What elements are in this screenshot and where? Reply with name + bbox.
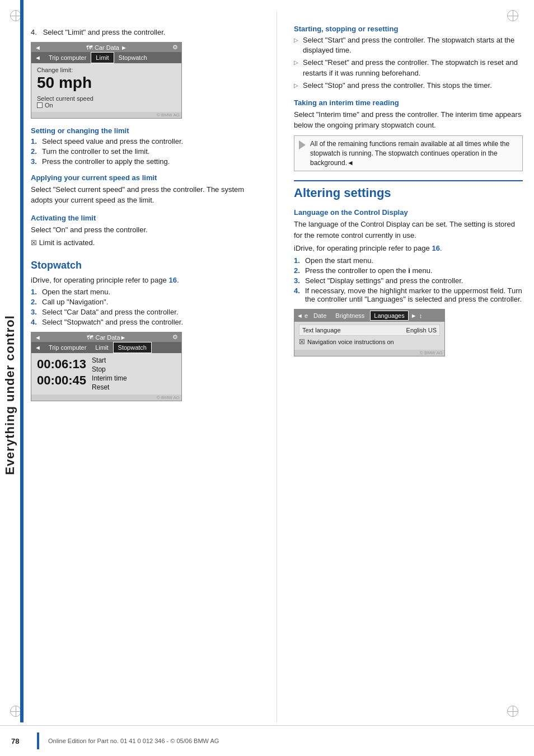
applying-heading: Applying your current speed as limit [31, 173, 260, 182]
mockup1-checkbox-label: On [45, 102, 53, 109]
bullet-text: Select "Stop" and press the controller. … [303, 81, 492, 91]
stopwatch-time1: 00:06:13 [37, 356, 86, 373]
list-item: 1. Open the start menu. [31, 288, 260, 296]
note-triangle-icon [299, 140, 306, 149]
stopwatch-heading: Stopwatch [31, 260, 260, 271]
step-text: Press the controller to open the i menu. [305, 266, 433, 275]
step-number: 1. [31, 288, 39, 296]
mockup2-nav-stopwatch: Stopwatch [113, 342, 152, 353]
bullet-arrow-icon: ▷ [294, 82, 299, 91]
mockup3-tab-date: Date [310, 311, 330, 320]
list-item: 1. Select speed value and press the cont… [31, 137, 260, 145]
mockup1-title-text: Car Data ► [95, 44, 127, 51]
mockup1-nav-stopwatch: Stopwatch [114, 53, 152, 63]
list-item: 2. Turn the controller to set the limit. [31, 147, 260, 156]
list-item: 4. If necessary, move the highlight mark… [294, 287, 523, 303]
step-number: 2. [31, 298, 39, 306]
step-text: Select speed value and press the control… [42, 137, 183, 145]
language-ref-link[interactable]: 16 [432, 244, 439, 252]
mockup1-checkbox [37, 102, 43, 108]
monitor-icon: 🗺 [87, 334, 93, 341]
list-item: 4. Select "Stopwatch" and press the cont… [31, 318, 260, 326]
step-text: Select "Stopwatch" and press the control… [42, 318, 183, 326]
mockup1-back-icon: ◄ [35, 44, 41, 51]
stopwatch-menu-interim: Interim time [92, 374, 127, 382]
interim-text: Select "Interim time" and press the cont… [294, 109, 523, 131]
mockup1-title: 🗺 Car Data ► [86, 44, 127, 51]
nav-voice-label: Navigation voice instructions on [307, 339, 394, 345]
mockup2-title-text: Car Data► [95, 334, 126, 341]
languages-mockup: ◄ e Date Brightness Languages ► ↕ Text l… [294, 309, 445, 356]
stopwatch-ref-link[interactable]: 16 [168, 276, 176, 284]
page-number: 78 [11, 737, 28, 745]
language-heading: Language on the Control Display [294, 208, 523, 217]
side-tab: Everything under control [0, 78, 20, 711]
stopwatch-menu-stop: Stop [92, 365, 127, 373]
list-item: 1. Open the start menu. [294, 256, 523, 265]
intro-step-text: Select "Limit" and press the controller. [43, 28, 166, 36]
mockup2-nav-trip: Trip computer [44, 342, 91, 353]
intro-step: 4. Select "Limit" and press the controll… [31, 28, 260, 36]
step-text: Press the controller to apply the settin… [42, 157, 170, 166]
language-steps-list: 1. Open the start menu. 2. Press the con… [294, 256, 523, 303]
stopwatch-ref: iDrive, for operating principle refer to… [31, 275, 260, 286]
stopwatch-times: 00:06:13 00:00:45 [37, 356, 86, 391]
bullet-text: Select "Reset" and press the controller.… [303, 58, 523, 78]
setting-heading: Setting or changing the limit [31, 126, 260, 135]
step-number: 2. [294, 266, 302, 275]
nav-voice-row: ☒ Navigation voice instructions on [299, 337, 440, 347]
nav-voice-checkbox-icon: ☒ [299, 338, 305, 346]
list-item: 2. Press the controller to open the i me… [294, 266, 523, 275]
mockup1-nav-back: ◄ [31, 53, 44, 63]
step-number: 1. [294, 256, 302, 265]
step-text: Call up "Navigation". [42, 298, 108, 306]
mockup2-nav-limit: Limit [91, 342, 113, 353]
setting-steps-list: 1. Select speed value and press the cont… [31, 137, 260, 166]
activating-heading: Activating the limit [31, 214, 260, 222]
settings-icon: ⚙ [172, 44, 178, 51]
list-item: 3. Select "Car Data" and press the contr… [31, 308, 260, 316]
note-box: All of the remaining functions remain av… [294, 135, 523, 171]
mockup3-watermark: © BMW AG [294, 350, 444, 356]
mockup1-watermark: © BMW AG [31, 112, 181, 118]
mockup1-nav: ◄ Trip computer Limit Stopwatch [31, 52, 181, 63]
bullet-arrow-icon: ▷ [294, 59, 299, 78]
footer: 78 Online Edition for Part no. 01 41 0 0… [0, 725, 534, 756]
mockup2-title: 🗺 Car Data► [87, 334, 126, 341]
mockup1-body: Change limit: 50 mph Select current spee… [31, 63, 181, 112]
step-number: 3. [31, 308, 39, 316]
mockup3-topbar: ◄ e Date Brightness Languages ► ↕ [294, 309, 444, 322]
right-column: Starting, stopping or resetting ▷ Select… [294, 11, 523, 722]
step-number: 4. [294, 287, 302, 303]
altering-settings-heading: Altering settings [294, 180, 523, 200]
mockup3-tab-languages: Languages [370, 311, 408, 321]
mockup2-watermark: © BMW AG [31, 395, 181, 401]
text-language-value: English US [406, 327, 437, 334]
step-number: 4. [31, 318, 39, 326]
car-data-limit-mockup: ◄ 🗺 Car Data ► ⚙ ◄ Trip computer Limit S… [31, 42, 182, 119]
note-text: All of the remaining functions remain av… [310, 139, 518, 167]
step-number: 3. [294, 276, 302, 285]
mockup2-topbar: ◄ 🗺 Car Data► ⚙ [31, 332, 181, 342]
bullet-arrow-icon: ▷ [294, 36, 299, 55]
step-number: 1. [31, 137, 39, 145]
mockup1-nav-trip: Trip computer [44, 53, 91, 63]
mockup2-nav: ◄ Trip computer Limit Stopwatch [31, 342, 181, 353]
column-divider [277, 11, 277, 722]
mockup1-nav-limit: Limit [91, 52, 114, 63]
starting-heading: Starting, stopping or resetting [294, 25, 523, 33]
text-language-label: Text language [302, 327, 341, 334]
monitor-icon: 🗺 [86, 44, 92, 51]
stopwatch-menu: Start Stop Interim time Reset [92, 356, 127, 391]
applying-text: Select "Select current speed" and press … [31, 184, 260, 206]
footer-divider [37, 732, 39, 749]
mockup1-sub-label: Select current speed [37, 95, 176, 102]
stopwatch-time2: 00:00:45 [37, 373, 86, 389]
step-number: 3. [31, 157, 39, 166]
list-item: 2. Call up "Navigation". [31, 298, 260, 306]
footer-text: Online Edition for Part no. 01 41 0 012 … [48, 738, 219, 744]
stopwatch-mockup: ◄ 🗺 Car Data► ⚙ ◄ Trip computer Limit St… [31, 332, 182, 401]
mockup3-body: Text language English US ☒ Navigation vo… [294, 322, 444, 350]
starting-bullets: ▷ Select "Start" and press the controlle… [294, 35, 523, 91]
side-tab-text: Everything under control [3, 315, 17, 475]
